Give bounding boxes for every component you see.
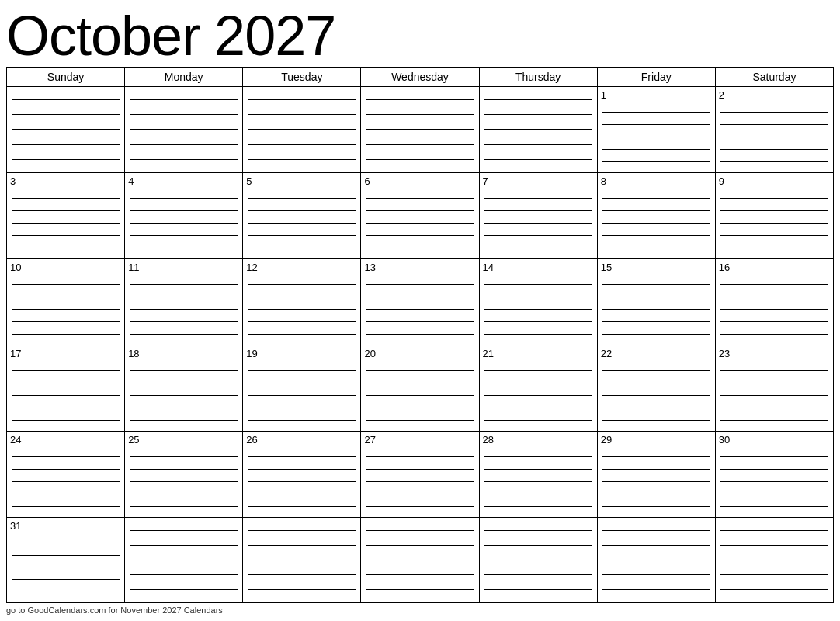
writing-line <box>248 129 356 130</box>
writing-line <box>366 420 474 421</box>
writing-line <box>720 506 828 507</box>
day-number: 5 <box>246 175 357 187</box>
writing-line <box>12 284 120 285</box>
day-cell <box>361 87 479 172</box>
lines-container <box>719 104 830 170</box>
day-number: 26 <box>246 434 357 446</box>
writing-line <box>248 420 356 421</box>
writing-line <box>130 144 238 145</box>
writing-line <box>484 383 592 383</box>
writing-line <box>484 494 592 494</box>
day-cell: 26 <box>243 432 361 517</box>
day-header-sunday: Sunday <box>7 68 125 86</box>
writing-line <box>366 545 474 546</box>
week-row-3: 17181920212223 <box>7 345 834 432</box>
writing-line <box>484 560 592 560</box>
writing-line <box>366 99 474 100</box>
writing-line <box>366 589 474 590</box>
writing-line <box>248 284 356 285</box>
writing-line <box>720 198 828 199</box>
day-cell: 15 <box>598 259 716 345</box>
writing-line <box>484 506 592 507</box>
day-cell: 2 <box>716 87 834 172</box>
writing-line <box>720 235 828 236</box>
writing-line <box>130 297 238 297</box>
writing-line <box>720 297 828 297</box>
writing-line <box>366 560 474 560</box>
writing-line <box>484 408 592 408</box>
week-row-4: 24252627282930 <box>7 432 834 518</box>
writing-line <box>602 334 710 335</box>
writing-line <box>366 223 474 224</box>
day-header-wednesday: Wednesday <box>361 68 479 86</box>
day-cell: 5 <box>243 173 361 258</box>
day-cell: 28 <box>480 432 598 517</box>
writing-line <box>248 469 356 470</box>
writing-line <box>484 159 592 160</box>
writing-line <box>602 321 710 322</box>
writing-line <box>130 99 238 100</box>
writing-line <box>130 408 238 408</box>
writing-line <box>366 334 474 335</box>
writing-line <box>602 506 710 507</box>
writing-line <box>130 114 238 115</box>
writing-line <box>366 395 474 396</box>
day-header-tuesday: Tuesday <box>243 68 361 86</box>
writing-line <box>130 456 238 457</box>
day-cell: 11 <box>125 259 243 345</box>
day-number: 2 <box>719 89 830 101</box>
calendar-page: October 2027 SundayMondayTuesdayWednesda… <box>0 0 840 621</box>
writing-line <box>366 198 474 199</box>
writing-line <box>248 309 356 310</box>
writing-line <box>366 297 474 297</box>
writing-line <box>366 574 474 575</box>
day-cell: 19 <box>243 345 361 431</box>
day-number: 7 <box>483 175 594 187</box>
writing-line <box>248 144 356 145</box>
writing-line <box>720 321 828 322</box>
day-header-thursday: Thursday <box>480 68 598 86</box>
writing-line <box>248 574 356 575</box>
writing-line <box>12 223 120 224</box>
writing-line <box>248 395 356 396</box>
writing-line <box>248 494 356 494</box>
writing-line <box>12 144 120 145</box>
writing-line <box>484 420 592 421</box>
writing-line <box>484 129 592 130</box>
writing-line <box>12 248 120 248</box>
lines-container <box>246 520 357 600</box>
lines-container <box>128 363 239 428</box>
writing-line <box>130 334 238 335</box>
writing-line <box>12 159 120 160</box>
lines-container <box>128 520 239 600</box>
writing-line <box>366 235 474 236</box>
writing-line <box>248 408 356 408</box>
writing-line <box>484 574 592 575</box>
lines-container <box>483 190 594 256</box>
writing-line <box>484 481 592 482</box>
writing-line <box>602 309 710 310</box>
writing-line <box>602 408 710 408</box>
lines-container <box>483 520 594 600</box>
writing-line <box>602 589 710 590</box>
day-cell: 30 <box>716 432 834 517</box>
writing-line <box>484 235 592 236</box>
day-cell <box>361 518 479 602</box>
writing-line <box>12 383 120 383</box>
day-number: 15 <box>601 262 712 273</box>
day-number: 17 <box>10 348 121 359</box>
lines-container <box>719 363 830 428</box>
lines-container <box>246 363 357 428</box>
writing-line <box>12 420 120 421</box>
lines-container <box>128 276 239 342</box>
writing-line <box>130 469 238 470</box>
writing-line <box>602 560 710 560</box>
writing-line <box>602 149 710 150</box>
day-cell: 17 <box>7 345 125 431</box>
day-cell: 9 <box>716 173 834 258</box>
writing-line <box>484 545 592 546</box>
writing-line <box>484 530 592 531</box>
writing-line <box>130 506 238 507</box>
day-number: 18 <box>128 348 239 359</box>
day-cell: 13 <box>361 259 479 345</box>
